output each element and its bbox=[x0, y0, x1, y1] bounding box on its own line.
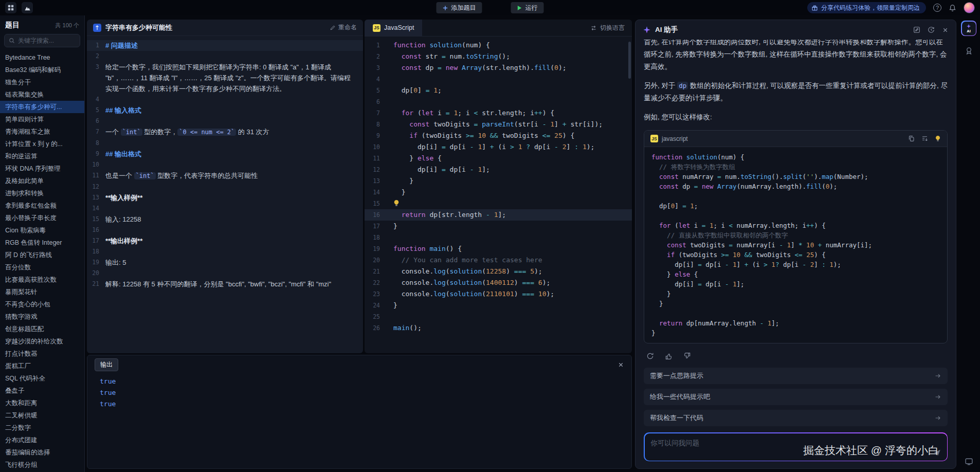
send-icon[interactable] bbox=[933, 449, 941, 457]
inline-suggestion-lightbulb-icon[interactable] bbox=[393, 199, 400, 207]
problem-line[interactable]: 4 bbox=[87, 94, 363, 105]
sidebar-item[interactable]: RGB 色值转 Integer bbox=[0, 237, 84, 249]
lightbulb-icon[interactable] bbox=[935, 135, 941, 142]
problem-line[interactable]: 7一个 `int` 型的数字，`0 <= num <= 2` 的 31 次方 bbox=[87, 126, 363, 138]
code-line[interactable]: 3 const dp = new Array(str.length).fill(… bbox=[365, 62, 632, 74]
promo-banner-button[interactable]: 分享代码练习体验，领限量定制周边 bbox=[807, 2, 926, 13]
sidebar-item[interactable]: 及格如此简单 bbox=[0, 175, 84, 187]
code-line[interactable]: 11 } else { bbox=[365, 153, 632, 164]
code-line[interactable]: 19function main() { bbox=[365, 243, 632, 255]
problem-line[interactable]: 14 bbox=[87, 203, 363, 214]
code-line[interactable]: 23 console.log(solution(2110101) === 10)… bbox=[365, 288, 632, 300]
ai-input[interactable]: 你可以问我问题 bbox=[645, 433, 947, 461]
sidebar-item[interactable]: 比赛最高获胜次数 bbox=[0, 274, 84, 286]
output-close-icon[interactable] bbox=[618, 361, 624, 368]
problem-line[interactable]: 8 bbox=[87, 138, 363, 149]
sidebar-item[interactable]: 创意标题匹配 bbox=[0, 323, 84, 335]
problem-line[interactable]: 2 bbox=[87, 51, 363, 62]
ai-assistant-toggle[interactable]: AI bbox=[961, 21, 976, 36]
sidebar-item[interactable]: 不再贪心的小包 bbox=[0, 298, 84, 311]
sidebar-item[interactable]: Base32 编码和解码 bbox=[0, 64, 84, 76]
code-line[interactable]: 1function solution(num) { bbox=[365, 40, 632, 51]
search-input[interactable]: 关键字搜索... bbox=[4, 34, 80, 47]
problem-line[interactable]: 16 bbox=[87, 225, 363, 235]
sidebar-item[interactable]: 猫鱼分干 bbox=[0, 76, 84, 88]
code-line[interactable]: 21 console.log(solution(12258) === 5); bbox=[365, 266, 632, 277]
problem-line[interactable]: 11也是一个 `int` 型数字，代表字符串的总共可能性 bbox=[87, 170, 363, 181]
code-line[interactable]: 6 bbox=[365, 96, 632, 107]
code-line[interactable]: 8 const twoDigits = parseInt(str[i - 1] … bbox=[365, 119, 632, 130]
bottom-panel-icon[interactable] bbox=[965, 457, 973, 466]
ai-suggestion[interactable]: 帮我检查一下代码 bbox=[644, 410, 948, 426]
sidebar-item[interactable]: 青海湖租车之旅 bbox=[0, 125, 84, 138]
code-line[interactable]: 12 dp[i] = dp[i - 1]; bbox=[365, 164, 632, 175]
sidebar-item[interactable]: 进制求和转换 bbox=[0, 187, 84, 199]
thumbs-down-icon[interactable] bbox=[681, 350, 693, 362]
sidebar-item[interactable]: SQL 代码补全 bbox=[0, 372, 84, 385]
code-line[interactable]: 16 return dp[str.length - 1]; bbox=[365, 209, 632, 221]
problem-line[interactable]: 18 bbox=[87, 246, 363, 257]
app-grid-logo-icon[interactable] bbox=[5, 2, 16, 13]
ai-close-icon[interactable] bbox=[942, 27, 949, 33]
editor-scrollbar[interactable] bbox=[628, 42, 631, 79]
code-line[interactable]: 10 dp[i] = dp[i - 1] + (i > 1 ? dp[i - 2… bbox=[365, 141, 632, 153]
code-line[interactable]: 14 } bbox=[365, 187, 632, 198]
user-avatar[interactable] bbox=[964, 2, 975, 13]
add-problem-button[interactable]: 添加题目 bbox=[437, 2, 482, 13]
problem-line[interactable]: 20 bbox=[87, 268, 363, 279]
code-line[interactable]: 22 console.log(solution(1400112) === 6); bbox=[365, 277, 632, 288]
sidebar-item[interactable]: 蛋糕工厂 bbox=[0, 360, 84, 372]
sidebar-item[interactable]: 分布式团建 bbox=[0, 434, 84, 446]
sidebar-item[interactable]: 二叉树供暖 bbox=[0, 409, 84, 422]
problem-line[interactable]: 17**输出样例** bbox=[87, 235, 363, 246]
sidebar-item[interactable]: 叠盘子 bbox=[0, 385, 84, 397]
sidebar-item[interactable]: 打点计数器 bbox=[0, 348, 84, 360]
sidebar-item[interactable]: 暴雨梨花针 bbox=[0, 286, 84, 298]
problem-line[interactable]: 9## 输出格式 bbox=[87, 149, 363, 159]
sidebar-item[interactable]: 和的逆运算 bbox=[0, 150, 84, 162]
sidebar-item[interactable]: 穿越沙漠的补给次数 bbox=[0, 335, 84, 348]
sidebar-item[interactable]: 最小替换子串长度 bbox=[0, 212, 84, 224]
sidebar-item[interactable]: 链表聚集交换 bbox=[0, 88, 84, 101]
code-line[interactable]: 17} bbox=[365, 221, 632, 232]
sidebar-item[interactable]: 阿 D 的飞行路线 bbox=[0, 249, 84, 261]
editor-body[interactable]: 1function solution(num) {2 const str = n… bbox=[365, 37, 632, 353]
ai-suggestion[interactable]: 需要一点思路提示 bbox=[644, 368, 948, 384]
problem-line[interactable]: 10 bbox=[87, 159, 363, 170]
code-line[interactable]: 26main(); bbox=[365, 322, 632, 334]
ai-suggestion[interactable]: 给我一些代码提示吧 bbox=[644, 389, 948, 405]
code-line[interactable]: 2 const str = num.toString(); bbox=[365, 51, 632, 62]
sidebar-item[interactable]: 环状 DNA 序列整理 bbox=[0, 162, 84, 175]
sidebar-item[interactable]: 简单四则计算 bbox=[0, 113, 84, 125]
code-line[interactable]: 25 bbox=[365, 311, 632, 322]
problem-line[interactable]: 19输出: 5 bbox=[87, 257, 363, 268]
problem-line[interactable]: 6 bbox=[87, 116, 363, 126]
sidebar-item[interactable]: 字符串有多少种可... bbox=[0, 101, 84, 113]
code-line[interactable]: 13 } bbox=[365, 175, 632, 187]
copy-icon[interactable] bbox=[908, 135, 915, 142]
code-line[interactable]: 24} bbox=[365, 300, 632, 311]
code-line[interactable]: 15 bbox=[365, 198, 632, 209]
switch-language-button[interactable]: 切换语言 bbox=[590, 24, 625, 32]
output-tab[interactable]: 输出 bbox=[95, 358, 118, 371]
code-line[interactable]: 18 bbox=[365, 232, 632, 243]
problem-line[interactable]: 12 bbox=[87, 181, 363, 192]
sidebar-item[interactable]: 计算位置 x 到 y 的... bbox=[0, 138, 84, 150]
sidebar-item[interactable]: Cion 勒索病毒 bbox=[0, 224, 84, 237]
problem-line[interactable]: 21解释: 12258 有 5 种不同的翻译，分别是 "bccfi", "bwf… bbox=[87, 279, 363, 289]
code-line[interactable]: 4 bbox=[365, 74, 632, 85]
problem-line[interactable]: 5## 输入格式 bbox=[87, 105, 363, 116]
history-icon[interactable] bbox=[928, 26, 935, 33]
code-line[interactable]: 7 for (let i = 1; i < str.length; i++) { bbox=[365, 107, 632, 119]
sidebar-item[interactable]: 二分数字 bbox=[0, 422, 84, 434]
sidebar-item[interactable]: 拿到最多红包金额 bbox=[0, 199, 84, 212]
tab-javascript[interactable]: JS JavaScript bbox=[365, 20, 422, 36]
sidebar-item[interactable]: 大数和距离 bbox=[0, 397, 84, 409]
problem-line[interactable]: 1# 问题描述 bbox=[87, 40, 363, 51]
problem-lines[interactable]: 1# 问题描述23给定一个数字，我们按照如下规则把它翻译为字符串: 0 翻译成 … bbox=[87, 36, 363, 353]
sidebar-item[interactable]: 番茄编辑的选择 bbox=[0, 446, 84, 459]
problem-line[interactable]: 13**输入样例** bbox=[87, 192, 363, 203]
code-line[interactable]: 9 if (twoDigits >= 10 && twoDigits <= 25… bbox=[365, 130, 632, 141]
sidebar-item[interactable]: 猜数字游戏 bbox=[0, 311, 84, 323]
insert-code-icon[interactable] bbox=[921, 135, 928, 142]
